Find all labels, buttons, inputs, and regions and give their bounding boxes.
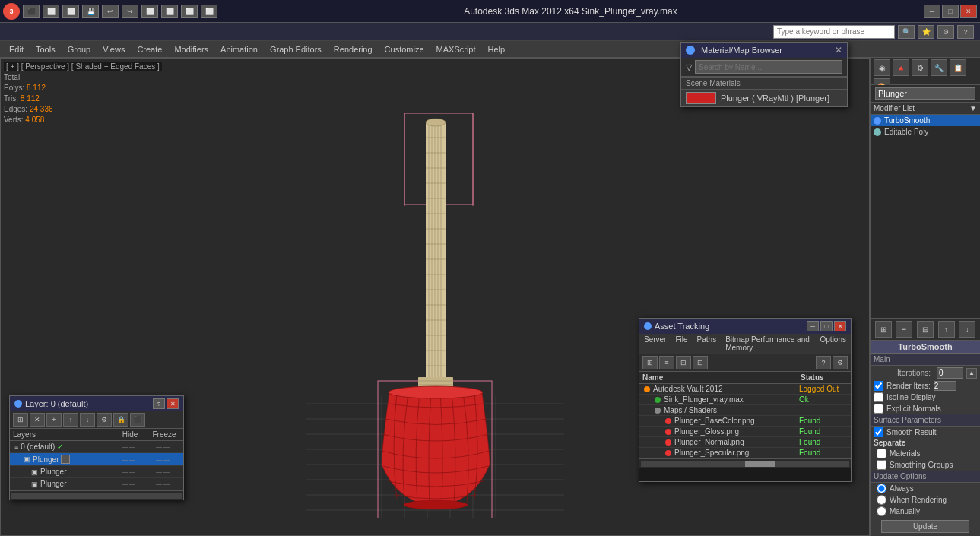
close-btn[interactable]: ✕ xyxy=(960,5,977,18)
menu-item-views[interactable]: Views xyxy=(97,43,131,56)
menu-item-help[interactable]: Help xyxy=(482,43,512,56)
lp-row-0[interactable]: ≡ 0 (default) ✓ — — — — xyxy=(10,441,183,453)
at-menu-server[interactable]: Server xyxy=(639,334,671,354)
mat-item-plunger[interactable]: Plunger ( VRayMtl ) [Plunger] xyxy=(681,90,847,106)
lp-close-btn[interactable]: ✕ xyxy=(167,398,179,409)
toolbar-btn-2[interactable]: ⬜ xyxy=(43,5,59,18)
rp-icon-1[interactable]: ◉ xyxy=(874,59,890,76)
rp-bottom-5[interactable]: ↓ xyxy=(959,321,975,338)
at-tb-1[interactable]: ⊞ xyxy=(642,356,658,369)
mod-item-1[interactable]: Editable Poly xyxy=(871,126,980,138)
toolbar-btn-8[interactable]: ⬜ xyxy=(161,5,178,18)
toolbar-btn-9[interactable]: ⬜ xyxy=(181,5,198,18)
toolbar-btn-6[interactable]: ↪ xyxy=(122,5,138,18)
settings-icon-btn[interactable]: ⚙ xyxy=(937,25,954,39)
rp-bottom-4[interactable]: ↑ xyxy=(938,321,955,338)
ts-update-button[interactable]: Update xyxy=(881,520,969,533)
toolbar-btn-4[interactable]: 💾 xyxy=(82,5,99,18)
at-row-0[interactable]: Autodesk Vault 2012 Logged Out xyxy=(639,384,851,395)
ts-when-rendering-radio[interactable] xyxy=(877,495,886,505)
mat-browser-close[interactable]: ✕ xyxy=(835,45,842,56)
toolbar-btn-1[interactable]: ⬛ xyxy=(23,5,40,18)
lp-tb-7[interactable]: 🔒 xyxy=(113,413,128,427)
ts-render-iters-check[interactable] xyxy=(874,381,883,391)
ts-always-radio[interactable] xyxy=(877,484,886,493)
rp-icon-5[interactable]: 📋 xyxy=(950,59,966,76)
lp-tb-2[interactable]: ✕ xyxy=(30,413,45,427)
at-scroll-track[interactable] xyxy=(641,461,849,467)
at-menu-options[interactable]: Options xyxy=(816,334,851,354)
at-row-4[interactable]: Plunger_Gloss.png Found xyxy=(639,427,851,437)
lp-scroll-track[interactable] xyxy=(11,493,182,499)
menu-item-animation[interactable]: Animation xyxy=(214,43,264,56)
ts-manually-radio[interactable] xyxy=(877,506,886,516)
rp-icon-2[interactable]: 🔺 xyxy=(893,59,909,76)
minimize-btn[interactable]: ─ xyxy=(924,5,940,18)
mat-search-input[interactable] xyxy=(695,60,842,74)
ts-smoothing-groups-check[interactable] xyxy=(877,460,886,470)
at-tb-2[interactable]: ≡ xyxy=(659,356,674,369)
ts-iterations-up[interactable]: ▲ xyxy=(966,368,977,379)
at-row-6[interactable]: Plunger_Specular.png Found xyxy=(639,448,851,458)
menu-item-create[interactable]: Create xyxy=(131,43,168,56)
lp-tb-1[interactable]: ⊞ xyxy=(13,413,28,427)
at-tb-3[interactable]: ⊟ xyxy=(676,356,691,369)
at-tb-settings[interactable]: ⚙ xyxy=(833,356,848,369)
lp-row-3[interactable]: ▣ Plunger — — — — xyxy=(10,478,183,490)
ts-materials-check[interactable] xyxy=(877,449,886,458)
at-row-2[interactable]: Maps / Shaders xyxy=(639,405,851,416)
ts-explicit-check[interactable] xyxy=(874,404,883,414)
object-name-input[interactable] xyxy=(875,87,975,100)
menu-item-tools[interactable]: Tools xyxy=(30,43,62,56)
ts-render-iters-input[interactable] xyxy=(934,381,956,391)
at-row-1[interactable]: Sink_Plunger_vray.max Ok xyxy=(639,395,851,405)
help-icon-btn[interactable]: ⭐ xyxy=(918,25,934,39)
info-icon-btn[interactable]: ? xyxy=(957,25,974,39)
at-maximize-btn[interactable]: □ xyxy=(820,321,833,331)
menu-item-group[interactable]: Group xyxy=(62,43,97,56)
at-menu-bitmap-performance-and-memory[interactable]: Bitmap Performance and Memory xyxy=(721,334,815,354)
menu-item-graph editors[interactable]: Graph Editors xyxy=(264,43,328,56)
ts-iterations-input[interactable] xyxy=(937,367,963,379)
menu-item-edit[interactable]: Edit xyxy=(3,43,30,56)
rp-bottom-1[interactable]: ⊞ xyxy=(875,321,892,338)
at-menu-paths[interactable]: Paths xyxy=(693,334,722,354)
rp-icon-3[interactable]: ⚙ xyxy=(912,59,928,76)
mod-item-0[interactable]: TurboSmooth xyxy=(871,115,980,126)
rp-bottom-2[interactable]: ≡ xyxy=(896,321,912,338)
toolbar-btn-3[interactable]: ⬜ xyxy=(62,5,79,18)
maximize-btn[interactable]: □ xyxy=(942,5,959,18)
modifier-list-dropdown-icon[interactable]: ▼ xyxy=(969,104,977,113)
menu-item-rendering[interactable]: Rendering xyxy=(328,43,379,56)
lp-scrollbar[interactable] xyxy=(10,490,183,500)
at-tb-help[interactable]: ? xyxy=(816,356,831,369)
lp-row-2[interactable]: ▣ Plunger — — — — xyxy=(10,466,183,478)
lp-tb-5[interactable]: ↓ xyxy=(80,413,95,427)
menu-item-customize[interactable]: Customize xyxy=(379,43,430,56)
menu-item-modifiers[interactable]: Modifiers xyxy=(168,43,214,56)
at-bottom-input[interactable] xyxy=(639,468,851,481)
toolbar-btn-5[interactable]: ↩ xyxy=(102,5,119,18)
toolbar-btn-7[interactable]: ⬜ xyxy=(141,5,158,18)
at-menu-file[interactable]: File xyxy=(671,334,692,354)
lp-tb-6[interactable]: ⚙ xyxy=(97,413,112,427)
at-scroll-thumb[interactable] xyxy=(745,461,775,467)
lp-row-1[interactable]: ▣ Plunger — — — — xyxy=(10,453,183,466)
rp-bottom-3[interactable]: ⊟ xyxy=(917,321,934,338)
lp-tb-4[interactable]: ↑ xyxy=(63,413,78,427)
ts-smooth-result-check[interactable] xyxy=(874,427,883,437)
search-icon-btn[interactable]: 🔍 xyxy=(898,25,915,39)
search-input[interactable] xyxy=(773,25,895,39)
toolbar-btn-10[interactable]: ⬜ xyxy=(201,5,217,18)
menu-item-maxscript[interactable]: MAXScript xyxy=(430,43,482,56)
at-scrollbar[interactable] xyxy=(639,458,851,468)
at-minimize-btn[interactable]: ─ xyxy=(807,321,819,331)
at-row-5[interactable]: Plunger_Normal.png Found xyxy=(639,437,851,448)
at-close-btn[interactable]: ✕ xyxy=(834,321,846,331)
lp-tb-8[interactable]: ⬛ xyxy=(130,413,145,427)
ts-isoline-check[interactable] xyxy=(874,392,883,402)
lp-question-btn[interactable]: ? xyxy=(153,398,165,409)
rp-icon-4[interactable]: 🔧 xyxy=(931,59,947,76)
at-row-3[interactable]: Plunger_BaseColor.png Found xyxy=(639,416,851,427)
lp-tb-3[interactable]: + xyxy=(46,413,62,427)
